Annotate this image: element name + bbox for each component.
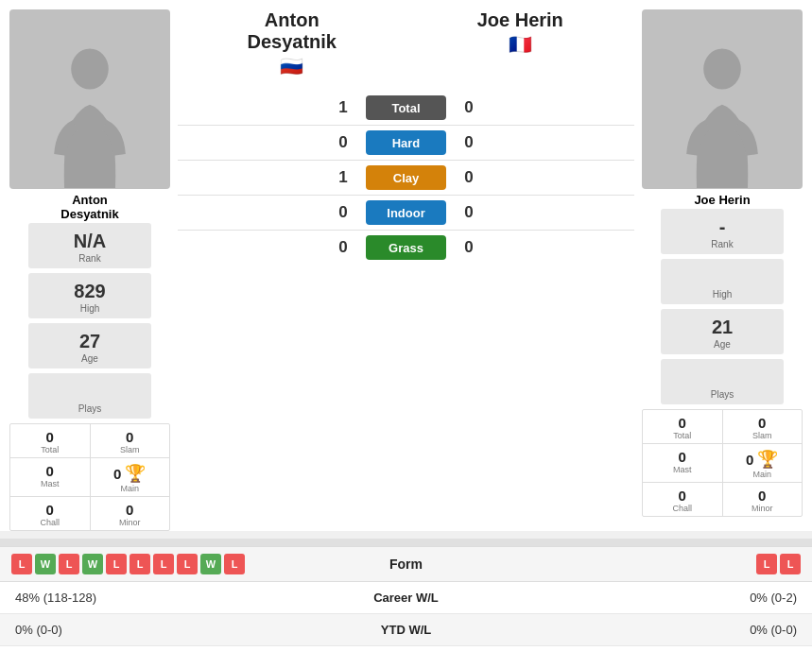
right-player-name: Joe Herin [694,189,750,209]
h2h-left-score: 0 [332,203,354,222]
left-player-column: Anton Desyatnik N/ARank829High27AgePlays… [9,9,170,531]
left-stat-box: 829High [28,273,151,318]
form-label: Form [350,557,463,572]
left-form-badge: W [82,554,103,574]
right-stat-slam: 0 Slam [723,410,803,444]
left-player-name: Anton Desyatnik [60,189,118,223]
h2h-left-score: 0 [332,133,354,152]
stat-box-value: 829 [32,281,147,303]
stat-box-value [665,266,780,289]
left-form-badge: L [177,554,198,574]
section-divider [0,539,812,546]
right-stat-box: High [661,259,784,304]
right-stat-box: 21Age [661,309,784,354]
top-row: Anton Desyatnik N/ARank829High27AgePlays… [0,0,812,531]
h2h-row: 0Hard0 [178,126,634,161]
h2h-row: 0Grass0 [178,231,634,265]
left-player-center-name: Anton Desyatnik 🇷🇺 [178,9,406,83]
right-stat-box: Plays [661,359,784,404]
left-stat-box: 27Age [28,323,151,368]
bottom-stats: 48% (118-128)Career W/L0% (0-2)0% (0-0)Y… [0,582,812,651]
h2h-right-score: 0 [458,168,480,187]
left-stat-chall: 0 Chall [10,497,91,530]
h2h-right-score: 0 [458,203,480,222]
h2h-surface-badge: Total [366,95,446,120]
left-stat-minor: 0 Minor [91,497,170,530]
left-form-badge: W [200,554,221,574]
left-stat-box: Plays [28,373,151,419]
stat-box-label: Plays [32,403,147,414]
svg-point-0 [71,48,109,89]
bstat-left-val: 0% (0-0) [15,623,312,637]
left-stat-total: 0 Total [10,424,91,458]
stat-box-label: High [32,303,147,314]
right-silhouette-icon [680,43,765,189]
page-layout: Anton Desyatnik N/ARank829High27AgePlays… [0,0,812,651]
form-row: LWLWLLLLWL Form LL [0,546,812,582]
left-form-badge: L [11,554,32,574]
h2h-row: 1Total0 [178,91,634,126]
right-player-photo [642,9,803,189]
stat-box-value: 21 [665,317,780,339]
bottom-stat-row: 0% (0-0)YTD W/L0% (0-0) [0,614,812,646]
right-stat-chall: 0 Chall [643,483,723,516]
right-trophy-icon: 🏆 [757,449,778,470]
stat-box-value: - [665,216,780,239]
stat-box-label: Age [665,339,780,350]
stat-box-value [665,367,780,389]
left-form-badges: LWLWLLLLWL [11,554,350,574]
stat-box-label: Rank [32,253,147,264]
left-stat-slam: 0 Slam [91,424,170,458]
right-player-column: Joe Herin -RankHigh21AgePlays 0 Total 0 … [642,9,803,531]
left-stat-mast: 0 Mast [10,458,91,497]
left-form-badge: L [153,554,174,574]
left-form-badge: L [59,554,79,574]
left-trophy-icon: 🏆 [125,463,146,484]
right-stat-minor: 0 Minor [723,483,803,516]
stat-box-label: Rank [665,239,780,249]
right-stat-main: 0 🏆 Main [723,444,803,483]
right-player-center-name: Joe Herin 🇫🇷 [406,9,635,61]
right-flag: 🇫🇷 [406,33,635,56]
h2h-row: 0Indoor0 [178,196,634,231]
center-column: Anton Desyatnik 🇷🇺 Joe Herin 🇫🇷 1Total00… [178,9,634,531]
bstat-center-label: YTD W/L [312,623,501,637]
right-stat-box: -Rank [661,209,784,254]
right-stat-total: 0 Total [643,410,723,444]
stat-box-label: Plays [665,389,780,400]
stat-box-label: High [665,289,780,300]
left-player-photo [9,9,170,189]
h2h-right-score: 0 [458,133,480,152]
h2h-left-score: 0 [332,238,354,257]
bstat-center-label: Career W/L [312,591,501,605]
right-form-badge: L [756,554,777,574]
h2h-right-score: 0 [458,238,480,257]
left-form-badge: L [130,554,150,574]
stat-box-label: Age [32,353,147,364]
right-form-badge: L [780,554,801,574]
stat-box-value: N/A [32,231,147,253]
bstat-right-val: 0% (0-0) [501,623,798,637]
h2h-surface-badge: Clay [366,165,446,190]
h2h-surface-badge: Hard [366,130,446,155]
left-form-badge: L [106,554,127,574]
h2h-row: 1Clay0 [178,161,634,196]
left-stats-table: 0 Total 0 Slam 0 Mast 0 [9,423,170,531]
left-stat-box: N/ARank [28,223,151,268]
svg-point-1 [703,48,741,89]
left-flag: 🇷🇺 [178,55,406,77]
h2h-left-score: 1 [332,98,354,117]
left-form-badge: W [35,554,56,574]
h2h-surface-badge: Indoor [366,200,446,225]
left-stat-main: 0 🏆 Main [91,458,170,497]
bstat-left-val: 48% (118-128) [15,591,312,605]
bstat-right-val: 0% (0-2) [501,591,798,605]
stat-box-value [32,381,147,403]
left-form-badge: L [224,554,245,574]
bottom-stat-row: $0Career Prize Money$0 [0,646,812,651]
h2h-surface-badge: Grass [366,235,446,260]
right-stats-table: 0 Total 0 Slam 0 Mast 0 [642,409,803,517]
h2h-right-score: 0 [458,98,480,117]
left-silhouette-icon [47,43,132,189]
right-stat-mast: 0 Mast [643,444,723,483]
